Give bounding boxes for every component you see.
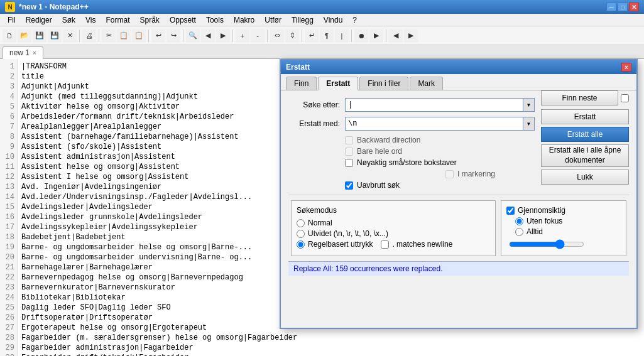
radio-normal-label: Normal bbox=[308, 218, 332, 227]
indent-guide-button[interactable]: | bbox=[335, 29, 349, 43]
redo-button[interactable]: ↪ bbox=[166, 29, 180, 43]
tab-bar: new 1 × bbox=[0, 45, 644, 59]
tab-mark[interactable]: Mark bbox=[410, 77, 443, 90]
play-button[interactable]: ▶ bbox=[369, 29, 383, 43]
find-next-button[interactable]: ▶ bbox=[216, 29, 230, 43]
replace-with-label: Erstatt med: bbox=[288, 119, 345, 128]
tab-finn[interactable]: Finn bbox=[286, 77, 317, 90]
radio-without-focus[interactable] bbox=[515, 217, 523, 225]
replace-input[interactable] bbox=[345, 117, 523, 131]
menu-rediger[interactable]: Rediger bbox=[21, 14, 57, 26]
find-button[interactable]: 🔍 bbox=[186, 29, 200, 43]
radio-without-focus-label: Uten fokus bbox=[527, 217, 562, 225]
close-button[interactable]: ✕ bbox=[629, 3, 639, 11]
prev-doc-button[interactable]: ◀ bbox=[389, 29, 403, 43]
copy-button[interactable]: 📋 bbox=[117, 29, 131, 43]
close-doc-button[interactable]: ✕ bbox=[63, 29, 77, 43]
replace-input-group: ▼ bbox=[345, 117, 535, 131]
search-dropdown-button[interactable]: ▼ bbox=[523, 98, 535, 112]
rec-button[interactable]: ⏺ bbox=[354, 29, 368, 43]
menu-utfor[interactable]: Utfør bbox=[259, 14, 287, 26]
find-next-row: Finn neste bbox=[541, 90, 629, 105]
save-all-button[interactable]: 💾 bbox=[48, 29, 62, 43]
toolbar: 🗋 📂 💾 💾 ✕ 🖨 ✂ 📋 📋 ↩ ↪ 🔍 ◀ ▶ + - ⇔ ⇕ ↵ ¶ … bbox=[0, 26, 644, 45]
match-case-checkbox[interactable] bbox=[345, 159, 353, 167]
search-input-group: ▼ bbox=[345, 98, 535, 112]
replace-in-all-button[interactable]: Erstatt alle i alle åpne dokumenter bbox=[541, 144, 629, 167]
matches-newline-label: . matches newline bbox=[392, 240, 452, 249]
menu-format[interactable]: Format bbox=[101, 14, 135, 26]
toolbar-sep-8 bbox=[351, 30, 352, 42]
cut-button[interactable]: ✂ bbox=[102, 29, 116, 43]
radio-extended-row: Utvidet (\n, \r, \t, \0, \x...) bbox=[297, 229, 490, 238]
in-selection-checkbox[interactable] bbox=[445, 170, 454, 178]
toolbar-sep-3 bbox=[148, 30, 149, 42]
wrap-label: Uavbrutt søk bbox=[357, 181, 400, 190]
sync-scroll-v[interactable]: ⇕ bbox=[285, 29, 299, 43]
menu-oppsett[interactable]: Oppsett bbox=[165, 14, 201, 26]
print-button[interactable]: 🖨 bbox=[82, 29, 96, 43]
replace-button[interactable]: Erstatt bbox=[541, 109, 629, 124]
replace-all-button[interactable]: Erstatt alle bbox=[541, 127, 629, 142]
find-prev-button[interactable]: ◀ bbox=[201, 29, 215, 43]
transparent-checkbox[interactable] bbox=[506, 207, 515, 215]
toolbar-sep-4 bbox=[183, 30, 183, 42]
undo-button[interactable]: ↩ bbox=[151, 29, 165, 43]
menu-tillegg[interactable]: Tillegg bbox=[287, 14, 319, 26]
radio-extended[interactable] bbox=[297, 230, 305, 238]
open-button[interactable]: 📂 bbox=[18, 29, 31, 43]
close-button[interactable]: Lukk bbox=[541, 170, 629, 185]
search-mode-title: Søkemodus bbox=[297, 206, 490, 215]
menu-help[interactable]: ? bbox=[347, 14, 362, 26]
menu-vindu[interactable]: Vindu bbox=[319, 14, 347, 26]
find-next-checkbox[interactable] bbox=[621, 94, 629, 102]
menu-sok[interactable]: Søk bbox=[57, 14, 80, 26]
menu-vis[interactable]: Vis bbox=[80, 14, 101, 26]
minimize-button[interactable]: ─ bbox=[606, 3, 616, 11]
save-button[interactable]: 💾 bbox=[33, 29, 46, 43]
match-case-label: Nøyaktig små/store bokstaver bbox=[357, 158, 457, 167]
transparent-label: Gjennomsiktig bbox=[518, 206, 565, 215]
menu-sprak[interactable]: Språk bbox=[135, 14, 165, 26]
backward-direction-label: Backward direction bbox=[357, 136, 420, 144]
paste-button[interactable]: 📋 bbox=[132, 29, 146, 43]
tab-new1[interactable]: new 1 × bbox=[3, 46, 43, 59]
dialog-body: Søke etter: ▼ Erstatt med: ▼ Finn neste bbox=[281, 90, 636, 281]
divider bbox=[288, 195, 629, 195]
find-next-button[interactable]: Finn neste bbox=[541, 90, 618, 105]
dialog-buttons: Finn neste Erstatt Erstatt alle Erstatt … bbox=[541, 90, 629, 185]
wrap-checkbox[interactable] bbox=[345, 181, 353, 190]
without-focus-row: Uten fokus bbox=[515, 217, 621, 225]
zoom-in-button[interactable]: + bbox=[236, 29, 249, 43]
menu-tools[interactable]: Tools bbox=[201, 14, 229, 26]
whole-word-checkbox[interactable] bbox=[345, 148, 353, 156]
all-chars-button[interactable]: ¶ bbox=[320, 29, 334, 43]
matches-newline-checkbox[interactable] bbox=[381, 240, 389, 249]
tab-close-icon[interactable]: × bbox=[33, 50, 36, 57]
zoom-out-button[interactable]: - bbox=[251, 29, 265, 43]
next-doc-button[interactable]: ▶ bbox=[404, 29, 418, 43]
replace-dropdown-button[interactable]: ▼ bbox=[523, 117, 535, 131]
tab-finn-i-filer[interactable]: Finn i filer bbox=[359, 77, 408, 90]
always-row: Alltid bbox=[515, 227, 621, 236]
new-button[interactable]: 🗋 bbox=[3, 29, 16, 43]
radio-regex[interactable] bbox=[297, 240, 305, 249]
search-input[interactable] bbox=[345, 98, 523, 112]
menu-makro[interactable]: Makro bbox=[229, 14, 259, 26]
status-message: Replace All: 159 occurrences were replac… bbox=[288, 261, 629, 276]
menu-fil[interactable]: Fil bbox=[3, 14, 21, 26]
dialog-title: Erstatt bbox=[286, 63, 621, 72]
radio-always[interactable] bbox=[515, 228, 523, 236]
dialog-close-button[interactable]: × bbox=[621, 63, 631, 72]
transparency-slider[interactable] bbox=[509, 240, 584, 249]
backward-direction-checkbox[interactable] bbox=[345, 136, 353, 144]
maximize-button[interactable]: □ bbox=[618, 3, 628, 11]
tab-erstatt[interactable]: Erstatt bbox=[318, 77, 358, 90]
word-wrap-button[interactable]: ↵ bbox=[305, 29, 319, 43]
sync-scroll-h[interactable]: ⇔ bbox=[270, 29, 284, 43]
dialog-tabs: Finn Erstatt Finn i filer Mark bbox=[281, 74, 636, 90]
radio-normal[interactable] bbox=[297, 219, 305, 227]
replace-dialog: Erstatt × Finn Erstatt Finn i filer Mark… bbox=[280, 59, 638, 329]
search-for-label: Søke etter: bbox=[288, 100, 345, 109]
main-area: 1234567891011121314151617181920212223242… bbox=[0, 59, 644, 356]
